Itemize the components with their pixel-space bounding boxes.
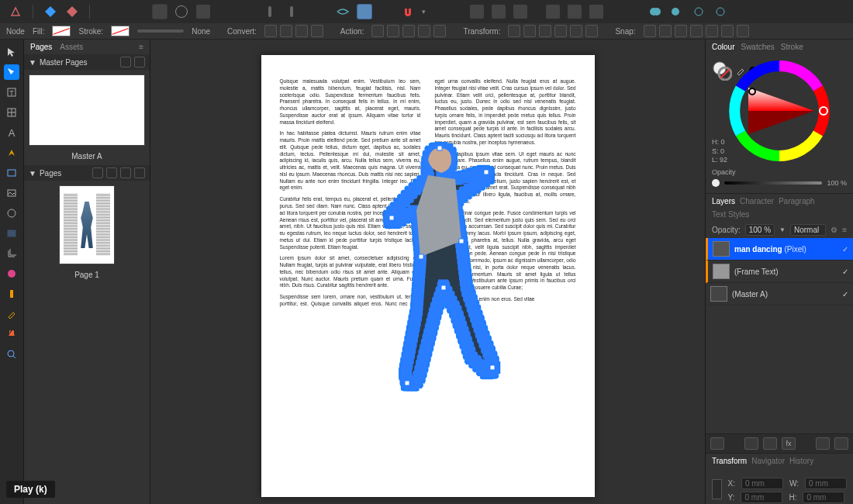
ellipse-tool[interactable] (4, 205, 19, 221)
opacity-slider[interactable] (724, 181, 822, 185)
layer-frame-text[interactable]: (Frame Text) ✓ (706, 261, 853, 283)
snap-5-icon[interactable] (706, 25, 718, 37)
x-field[interactable] (741, 478, 783, 489)
preview-mode-icon[interactable] (152, 4, 167, 19)
resource-manager-icon[interactable] (357, 4, 372, 19)
transform-2-icon[interactable] (523, 25, 536, 37)
view-tool[interactable] (4, 326, 19, 342)
snapping-icon[interactable] (400, 4, 416, 19)
edit-all-layers-icon[interactable] (710, 437, 724, 450)
frame-text-tool[interactable]: T (4, 85, 19, 100)
baseline-grid-icon[interactable] (262, 4, 278, 19)
visibility-checkbox[interactable]: ✓ (842, 245, 848, 254)
tab-layers[interactable]: Layers (712, 197, 735, 205)
colour-wheel[interactable] (729, 60, 830, 161)
snap-2-icon[interactable] (659, 25, 672, 37)
persona-designer-icon[interactable] (43, 4, 58, 19)
snap-7-icon[interactable] (737, 25, 749, 37)
tab-swatches[interactable]: Swatches (741, 43, 774, 51)
transform-1-icon[interactable] (508, 25, 520, 37)
snap-3-icon[interactable] (675, 25, 687, 37)
rectangle-tool[interactable] (4, 165, 19, 181)
action-close-icon[interactable] (387, 25, 399, 37)
preflight-icon[interactable] (335, 4, 351, 19)
table-tool[interactable] (4, 105, 19, 120)
artistic-text-tool[interactable]: A (4, 125, 19, 140)
h-field[interactable] (803, 492, 844, 503)
boolean-divide-icon[interactable] (713, 4, 728, 19)
tab-pages[interactable]: Pages (30, 43, 52, 51)
delete-master-icon[interactable] (134, 57, 145, 67)
align-left-icon[interactable] (469, 4, 485, 19)
tab-text-styles[interactable]: Text Styles (712, 210, 749, 219)
mask-icon[interactable] (744, 437, 758, 450)
stroke-swatch[interactable] (111, 26, 130, 36)
align-middle-icon[interactable] (567, 4, 582, 19)
tab-stroke[interactable]: Stroke (781, 43, 803, 51)
boolean-add-icon[interactable] (648, 4, 663, 19)
tab-character[interactable]: Character (740, 197, 774, 205)
convert-smart-icon[interactable] (295, 25, 308, 37)
panel-menu-icon[interactable]: ≡ (139, 43, 143, 51)
action-join-icon[interactable] (402, 25, 415, 37)
y-field[interactable] (741, 492, 782, 503)
action-break-icon[interactable] (371, 25, 384, 37)
convert-line-icon[interactable] (311, 25, 323, 37)
boolean-subtract-icon[interactable] (669, 4, 685, 19)
align-center-icon[interactable] (491, 4, 506, 19)
add-page-icon[interactable] (120, 167, 131, 178)
transform-5-icon[interactable] (570, 25, 582, 37)
transparency-tool[interactable] (4, 286, 19, 302)
snap-6-icon[interactable] (721, 25, 734, 37)
layer-man-dancing[interactable]: man dancing (Pixel) ✓ (706, 238, 853, 261)
view-mode-icon[interactable] (195, 4, 211, 19)
boolean-intersect-icon[interactable] (691, 4, 706, 19)
tab-assets[interactable]: Assets (60, 43, 83, 51)
pages-opt2-icon[interactable] (106, 167, 117, 178)
move-tool[interactable] (4, 44, 19, 60)
blend-mode-select[interactable]: Normal (790, 224, 826, 236)
layer-lock-icon[interactable]: ⚙ (831, 226, 837, 234)
play-button[interactable]: Play (k) (6, 481, 55, 498)
convert-sharp-icon[interactable] (264, 25, 277, 37)
add-layer-icon[interactable] (816, 437, 830, 450)
node-tool[interactable] (4, 64, 19, 80)
picture-frame-tool[interactable] (4, 185, 19, 201)
opacity-handle[interactable] (712, 179, 720, 187)
fx-icon[interactable]: fx (782, 437, 796, 450)
align-bottom-icon[interactable] (589, 4, 604, 19)
snap-4-icon[interactable] (690, 25, 703, 37)
delete-page-icon[interactable] (134, 167, 145, 178)
wrap-outline[interactable] (362, 133, 517, 427)
master-pages-header[interactable]: ▼ Master Pages (24, 54, 150, 70)
anchor-selector[interactable] (712, 479, 722, 499)
document-page[interactable]: Quisque malesuada volutpat enim. Vestibu… (261, 55, 595, 497)
align-right-icon[interactable] (513, 4, 528, 19)
canvas[interactable]: Quisque malesuada volutpat enim. Vestibu… (150, 40, 705, 504)
clip-canvas-icon[interactable] (174, 4, 189, 19)
layer-opacity-value[interactable]: 100 % (745, 224, 775, 236)
add-master-icon[interactable] (120, 57, 131, 67)
layer-master-a[interactable]: (Master A) ✓ (706, 283, 853, 306)
w-field[interactable] (805, 478, 847, 489)
align-top-icon[interactable] (545, 4, 561, 19)
adjustment-icon[interactable] (763, 437, 777, 450)
tab-colour[interactable]: Colour (712, 43, 734, 51)
zoom-tool[interactable] (4, 347, 19, 362)
fill-tool[interactable] (4, 266, 19, 281)
action-smooth-icon[interactable] (433, 25, 446, 37)
layer-menu-icon[interactable]: ≡ (842, 226, 847, 234)
delete-layer-icon[interactable] (834, 437, 848, 450)
vector-crop-tool[interactable] (4, 246, 19, 261)
page-1-thumbnail[interactable] (59, 185, 115, 264)
guides-icon[interactable] (284, 4, 299, 19)
tab-transform[interactable]: Transform (712, 457, 747, 465)
snap-1-icon[interactable] (644, 25, 656, 37)
transform-4-icon[interactable] (554, 25, 567, 37)
persona-photo-icon[interactable] (64, 4, 80, 19)
tab-paragraph[interactable]: Paragraph (779, 197, 815, 205)
pages-opt1-icon[interactable] (92, 167, 103, 178)
convert-smooth-icon[interactable] (280, 25, 292, 37)
tab-history[interactable]: History (789, 457, 813, 465)
colour-picker-tool[interactable] (4, 306, 19, 322)
